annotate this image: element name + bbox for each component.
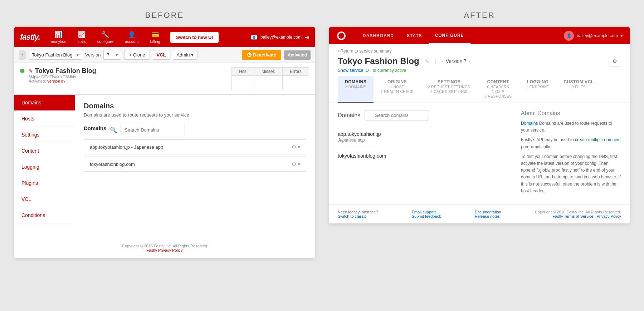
- user-icon: 📧: [250, 34, 258, 41]
- tab-custom-vcl[interactable]: CUSTOM VCL 0 Files: [556, 76, 601, 103]
- about-text-1: Domains Domains are used to route reques…: [521, 120, 621, 134]
- nav-user: 📧 bailey@example.com ⇥: [250, 34, 309, 41]
- version-text: Version 7: [446, 58, 467, 64]
- before-navbar: fastly. 📊 analytics 📈 stats 🔧 configure …: [14, 27, 315, 47]
- domain-gear-2[interactable]: ⚙ ▾: [292, 161, 300, 167]
- back-button[interactable]: ‹: [19, 50, 26, 60]
- billing-icon: 💳: [151, 31, 159, 39]
- logout-icon[interactable]: ⇥: [304, 34, 309, 41]
- search-wrapper: [365, 110, 429, 120]
- new-domain-row-1: app.tokyofashion.jp Japanese app: [338, 126, 512, 148]
- tab-logging-sub: 1 Endpoint: [526, 85, 549, 89]
- new-nav-stats[interactable]: STATS: [400, 27, 429, 44]
- tab-logging[interactable]: LOGGING 1 Endpoint: [519, 76, 556, 103]
- nav-billing[interactable]: 💳 billing: [145, 29, 165, 46]
- domains-section-label-new: Domains: [338, 112, 360, 119]
- terms-link[interactable]: Fastly Terms of Service: [552, 214, 593, 218]
- sidebar-item-settings[interactable]: Settings: [14, 127, 75, 143]
- sidebar-item-vcl[interactable]: VCL: [14, 191, 75, 207]
- switch-classic-link[interactable]: Switch to classic: [338, 214, 367, 218]
- errors-header: Errors: [282, 67, 309, 76]
- new-copyright: Copyright © 2016 Fastly Inc. All Rights …: [535, 210, 621, 214]
- back-link[interactable]: ‹ Return to service summary: [338, 49, 621, 54]
- new-search-input[interactable]: [365, 110, 429, 120]
- new-user-email: bailey@example.com: [577, 33, 618, 38]
- account-icon: 👤: [128, 31, 136, 39]
- version-label: Version: [85, 52, 101, 58]
- settings-gear-button[interactable]: ⚙: [609, 56, 621, 66]
- user-avatar: 👤: [564, 31, 574, 41]
- domains-link[interactable]: Domains: [521, 121, 538, 126]
- before-label: BEFORE: [145, 11, 184, 20]
- nav-analytics[interactable]: 📊 analytics: [46, 29, 71, 46]
- sidebar-item-logging[interactable]: Logging: [14, 159, 75, 175]
- new-nav-configure[interactable]: CONFIGURE: [429, 27, 470, 44]
- service-title-new: Tokyo Fashion Blog: [338, 56, 419, 66]
- new-domain-sub-1: Japanese app: [338, 138, 512, 143]
- search-input[interactable]: [121, 125, 185, 135]
- domain-text-1: app.tokyofashion.jp - Japanese app: [90, 144, 163, 150]
- documentation-link[interactable]: Documentation: [475, 210, 501, 214]
- sidebar-item-content[interactable]: Content: [14, 143, 75, 159]
- hits-header: Hits: [231, 67, 254, 76]
- nav-stats[interactable]: 📈 stats: [73, 29, 91, 46]
- clone-button[interactable]: + Clone: [124, 50, 150, 60]
- service-select[interactable]: Tokyo Fashion Blog: [29, 50, 82, 60]
- about-section: About Domains Domains Domains are used t…: [521, 110, 621, 194]
- sidebar-item-hosts[interactable]: Hosts: [14, 111, 75, 127]
- version-select[interactable]: 7: [103, 50, 121, 60]
- admin-button[interactable]: Admin ▾: [173, 50, 197, 60]
- edit-title-icon[interactable]: ✎: [425, 58, 429, 64]
- email-support-link[interactable]: Email support: [412, 210, 436, 214]
- about-title: About Domains: [521, 110, 621, 117]
- sidebar-item-conditions[interactable]: Conditions: [14, 207, 75, 223]
- nav-tabs: DOMAINS 2 Domains ORIGINS 1 Host 1 Healt…: [338, 76, 621, 103]
- tab-domains[interactable]: DOMAINS 2 Domains: [338, 76, 374, 103]
- nav-analytics-label: analytics: [51, 39, 66, 44]
- show-id-link[interactable]: Show service ID: [338, 68, 369, 73]
- new-fastly-logo: [336, 31, 349, 41]
- switch-ui-button[interactable]: Switch to new UI: [170, 32, 219, 43]
- domains-section-label: Domains: [84, 125, 106, 131]
- release-notes-link[interactable]: Release notes: [475, 214, 500, 218]
- tab-content-sub1: 0 Headers: [484, 85, 512, 89]
- privacy-link[interactable]: Fastly Privacy Policy: [147, 248, 183, 252]
- content-left: Domains app.tokyofashion.jp Japanese app…: [338, 110, 512, 197]
- sidebar-item-plugins[interactable]: Plugins: [14, 175, 75, 191]
- user-chevron-icon[interactable]: ▾: [621, 34, 623, 38]
- search-icon-button[interactable]: 🔍: [110, 127, 117, 133]
- sidebar-item-domains[interactable]: Domains: [14, 95, 75, 111]
- deactivate-button[interactable]: ⏻ Deactivate: [242, 50, 281, 60]
- nav-account[interactable]: 👤 account: [120, 29, 144, 46]
- tab-content-sub3: 0 Responses: [484, 94, 512, 98]
- user-email: bailey@example.com: [260, 35, 302, 40]
- misses-value: [254, 76, 282, 90]
- create-domains-link[interactable]: create multiple domains: [575, 137, 620, 142]
- after-app: DASHBOARD STATS CONFIGURE 👤 bailey@examp…: [329, 27, 630, 223]
- new-navbar: DASHBOARD STATS CONFIGURE 👤 bailey@examp…: [329, 27, 630, 44]
- footer-center: Email support Submit feedback: [412, 210, 441, 218]
- version-next-icon[interactable]: ›: [469, 59, 470, 64]
- submit-feedback-link[interactable]: Submit feedback: [412, 214, 441, 218]
- service-title-row: Tokyo Fashion Blog ✎ | ‹ Version 7 › ⚙: [338, 56, 621, 66]
- service-page-header: ‹ Return to service summary Tokyo Fashio…: [329, 44, 630, 103]
- nav-configure[interactable]: 🔧 configure: [92, 29, 118, 46]
- tab-settings[interactable]: SETTINGS 2 Request settings 2 Cache sett…: [421, 76, 477, 103]
- new-nav-dashboard[interactable]: DASHBOARD: [356, 27, 400, 44]
- vcl-button[interactable]: VCL: [153, 50, 170, 60]
- new-content: Domains app.tokyofashion.jp Japanese app…: [329, 103, 630, 204]
- svg-point-1: [338, 33, 344, 39]
- service-bar: ‹ Tokyo Fashion Blog Version 7 + Clone V…: [14, 47, 315, 63]
- domain-gear-1[interactable]: ⚙ ▾: [292, 144, 300, 150]
- domain-row-2: tokyofashionblog.com ⚙ ▾: [84, 157, 306, 172]
- service-meta: 3Mp4aGfTdZfszXIzO8Mi4y Activated: Versio…: [29, 75, 96, 83]
- new-privacy-link[interactable]: Privacy Policy: [597, 214, 621, 218]
- legacy-label: Need legacy interface?: [338, 210, 378, 214]
- version-prev-icon[interactable]: ‹: [442, 59, 444, 64]
- tab-origins[interactable]: ORIGINS 1 Host 1 Health check: [374, 76, 421, 103]
- tab-content[interactable]: CONTENT 0 Headers 1 Gzip 0 Responses: [477, 76, 519, 103]
- tab-content-sub2: 1 Gzip: [484, 90, 512, 94]
- activated-badge: Activated: [284, 50, 311, 60]
- version-link[interactable]: Version #7: [47, 79, 65, 83]
- nav-stats-label: stats: [78, 39, 86, 44]
